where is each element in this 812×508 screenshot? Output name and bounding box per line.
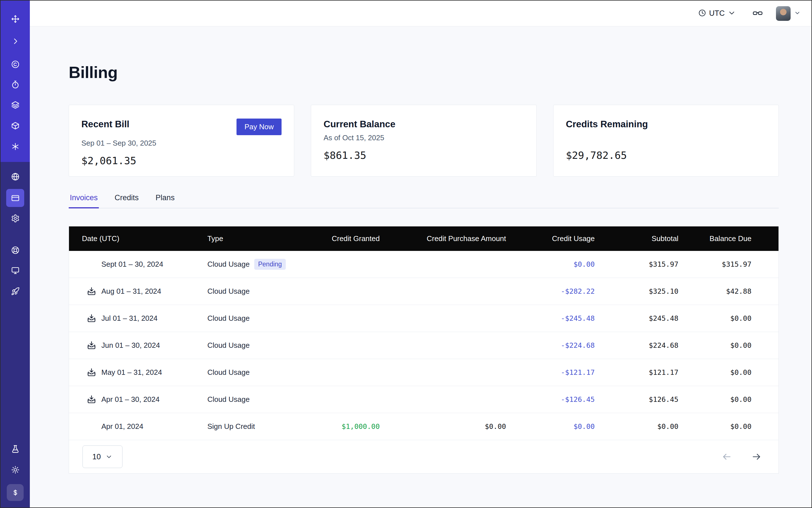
invoice-date: Sept 01 – 30, 2024 <box>101 260 163 269</box>
subtotal-cell: $315.97 <box>595 260 678 268</box>
invoice-type: Cloud Usage <box>207 341 250 350</box>
layers-icon[interactable] <box>6 96 24 114</box>
display-icon[interactable] <box>6 261 24 279</box>
download-placeholder <box>86 259 96 269</box>
sun-icon[interactable] <box>6 461 24 479</box>
subtotal-cell: $325.10 <box>595 287 678 295</box>
table-header-row: Date (UTC) Type Credit Granted Credit Pu… <box>69 226 778 251</box>
sidebar <box>1 1 30 507</box>
download-placeholder <box>86 421 96 432</box>
chevron-down-icon <box>728 9 736 18</box>
credit-usage-cell: -$245.48 <box>506 314 595 323</box>
current-balance-card: Current Balance As of Oct 15, 2025 $861.… <box>311 105 537 177</box>
rocket-icon[interactable] <box>6 282 24 300</box>
page-size-value: 10 <box>92 453 101 461</box>
invoice-table-body: Sept 01 – 30, 2024Cloud UsagePending$0.0… <box>69 251 778 440</box>
table-row: Sept 01 – 30, 2024Cloud UsagePending$0.0… <box>69 251 778 278</box>
settings-gear-icon[interactable] <box>6 209 24 227</box>
chevron-down-icon <box>105 453 113 460</box>
globe-icon[interactable] <box>6 168 24 185</box>
download-invoice-icon[interactable] <box>86 286 96 297</box>
card-title: Current Balance <box>324 119 395 130</box>
timer-icon[interactable] <box>6 76 24 93</box>
topbar: UTC <box>30 1 811 27</box>
subtotal-cell: $245.48 <box>595 314 678 323</box>
download-invoice-icon[interactable] <box>86 367 96 378</box>
pay-now-button[interactable]: Pay Now <box>237 119 282 135</box>
subtotal-cell: $121.17 <box>595 368 678 377</box>
asterisk-icon[interactable] <box>6 137 24 156</box>
card-subtitle <box>566 133 766 142</box>
summary-cards: Recent Bill Pay Now Sep 01 – Sep 30, 202… <box>69 105 779 177</box>
credit-usage-cell: -$282.22 <box>506 287 595 295</box>
next-page-button[interactable] <box>752 452 762 462</box>
type-cell: Cloud Usage <box>207 341 292 350</box>
type-cell: Cloud Usage <box>207 287 292 296</box>
user-avatar <box>776 6 790 21</box>
invoices-table: Date (UTC) Type Credit Granted Credit Pu… <box>69 226 779 474</box>
col-header-credit-purchase-amount: Credit Purchase Amount <box>380 234 506 243</box>
card-subtitle: Sep 01 – Sep 30, 2025 <box>81 138 282 147</box>
col-header-date: Date (UTC) <box>69 234 207 243</box>
subtotal-cell: $224.68 <box>595 341 678 349</box>
balance-due-cell: $42.88 <box>679 287 778 295</box>
balance-due-cell: $315.97 <box>679 260 778 268</box>
credit-usage-cell: -$126.45 <box>506 395 595 404</box>
col-header-balance-due: Balance Due <box>679 234 778 243</box>
account-menu[interactable] <box>776 6 801 21</box>
credit-usage-cell: $0.00 <box>506 422 595 431</box>
download-invoice-icon[interactable] <box>86 313 96 324</box>
type-cell: Cloud UsagePending <box>207 259 292 270</box>
chevron-expand-icon[interactable] <box>6 32 24 50</box>
card-amount: $29,782.65 <box>566 150 766 161</box>
card-amount: $2,061.35 <box>81 155 282 166</box>
credit-usage-cell: -$121.17 <box>506 368 595 377</box>
invoice-date: Apr 01 – 30, 2024 <box>101 395 160 404</box>
download-invoice-icon[interactable] <box>86 394 96 405</box>
date-cell: Apr 01 – 30, 2024 <box>69 394 207 405</box>
card-amount: $861.35 <box>324 150 524 161</box>
credit-granted-cell: $1,000.00 <box>293 422 380 431</box>
date-cell: May 01 – 31, 2024 <box>69 367 207 378</box>
cube-icon[interactable] <box>6 117 24 135</box>
tab-credits[interactable]: Credits <box>114 194 140 208</box>
table-row: Jun 01 – 30, 2024Cloud Usage-$224.68$224… <box>69 332 778 359</box>
invoice-type: Cloud Usage <box>207 287 250 296</box>
col-header-subtotal: Subtotal <box>595 234 678 243</box>
download-invoice-icon[interactable] <box>86 340 96 350</box>
invoice-type: Sign Up Credit <box>207 422 255 431</box>
invoice-date: Jun 01 – 30, 2024 <box>101 341 160 350</box>
billing-card-icon[interactable] <box>6 189 24 207</box>
recent-bill-card: Recent Bill Pay Now Sep 01 – Sep 30, 202… <box>69 105 294 177</box>
timezone-selector[interactable]: UTC <box>698 9 736 18</box>
usage-dollar-icon[interactable] <box>7 484 24 501</box>
status-badge: Pending <box>254 259 286 270</box>
credit-purchase-cell: $0.00 <box>380 422 506 431</box>
date-cell: Sept 01 – 30, 2024 <box>69 259 207 269</box>
balance-due-cell: $0.00 <box>679 314 778 323</box>
credits-remaining-card: Credits Remaining $29,782.65 <box>553 105 779 177</box>
billing-tabs: Invoices Credits Plans <box>69 194 779 208</box>
invoice-date: Jul 01 – 31, 2024 <box>101 314 158 323</box>
subtotal-cell: $126.45 <box>595 395 678 404</box>
glasses-icon[interactable] <box>752 8 763 19</box>
logo-icon[interactable] <box>6 10 24 28</box>
radar-icon[interactable] <box>6 55 24 73</box>
type-cell: Sign Up Credit <box>207 422 292 431</box>
date-cell: Jul 01 – 31, 2024 <box>69 313 207 324</box>
balance-due-cell: $0.00 <box>679 341 778 349</box>
credit-usage-cell: $0.00 <box>506 260 595 268</box>
invoice-date: Apr 01, 2024 <box>101 422 143 431</box>
card-title: Recent Bill <box>81 119 130 130</box>
invoice-type: Cloud Usage <box>207 314 250 323</box>
lifebuoy-icon[interactable] <box>6 241 24 259</box>
table-row: Jul 01 – 31, 2024Cloud Usage-$245.48$245… <box>69 305 778 332</box>
flask-icon[interactable] <box>6 440 24 458</box>
tab-invoices[interactable]: Invoices <box>69 194 99 208</box>
previous-page-button[interactable] <box>722 452 732 462</box>
clock-icon <box>698 9 707 18</box>
tab-plans[interactable]: Plans <box>155 194 176 208</box>
table-row: Apr 01 – 30, 2024Cloud Usage-$126.45$126… <box>69 386 778 413</box>
col-header-credit-granted: Credit Granted <box>293 234 380 243</box>
page-size-select[interactable]: 10 <box>83 446 123 468</box>
